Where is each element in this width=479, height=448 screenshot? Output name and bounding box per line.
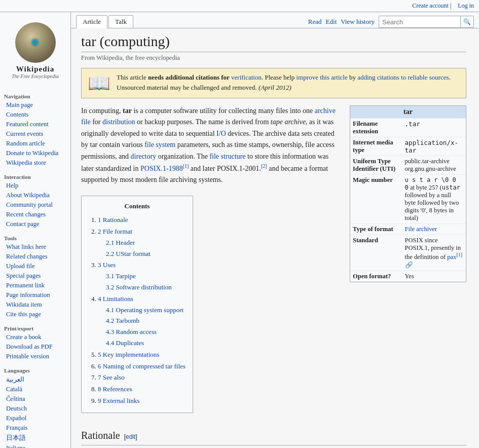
sidebar-item-store[interactable]: Wikipedia store bbox=[0, 158, 70, 168]
wikipedia-logo: 🌐 bbox=[15, 22, 56, 63]
toc-link-2-1[interactable]: 2.1 Header bbox=[106, 239, 135, 246]
toc-item-8: 8 References bbox=[98, 384, 186, 395]
toc-item-9: 9 External links bbox=[98, 396, 186, 406]
sidebar-item-lang-cs[interactable]: Čeština bbox=[0, 394, 70, 404]
infobox-row-type: Type of format File archiver bbox=[350, 224, 466, 235]
view-history-link[interactable]: View history bbox=[341, 18, 375, 26]
sidebar-item-lang-es[interactable]: Español bbox=[0, 414, 70, 423]
file-structure-link[interactable]: file structure bbox=[209, 153, 245, 160]
toc-link-3[interactable]: 3 Uses bbox=[98, 261, 116, 269]
article-body: tar Filename extension .tar Internet med… bbox=[81, 105, 466, 448]
log-in-link[interactable]: Log in bbox=[458, 2, 474, 9]
search-box: 🔍 bbox=[379, 16, 474, 28]
tab-talk[interactable]: Talk bbox=[108, 15, 133, 28]
sidebar-item-related-changes[interactable]: Related changes bbox=[0, 252, 70, 262]
sidebar-item-current-events[interactable]: Current events bbox=[0, 129, 70, 139]
search-button[interactable]: 🔍 bbox=[460, 16, 473, 27]
verification-link[interactable]: verification bbox=[231, 73, 262, 81]
sidebar-item-permanent[interactable]: Permanent link bbox=[0, 281, 70, 290]
tab-article[interactable]: Article bbox=[76, 15, 107, 28]
sidebar-item-main-page[interactable]: Main page bbox=[0, 100, 70, 110]
sidebar-item-lang-it[interactable]: Italiano bbox=[0, 443, 70, 448]
toc-link-7[interactable]: 7 See also bbox=[98, 374, 125, 381]
toc-link-3-1[interactable]: 3.1 Tarpipe bbox=[106, 272, 136, 280]
infobox-table: Filename extension .tar Internet media t… bbox=[350, 118, 466, 282]
tab-bar: Article Talk Read Edit View history 🔍 bbox=[71, 12, 479, 28]
toc-link-6[interactable]: 6 Naming of compressed tar files bbox=[98, 362, 186, 370]
toc-link-1[interactable]: 1 Rationale bbox=[98, 216, 128, 223]
nav-print-title: Print/export bbox=[0, 323, 70, 332]
infobox-row-filename: Filename extension .tar bbox=[350, 119, 466, 137]
sidebar-item-upload[interactable]: Upload file bbox=[0, 262, 70, 271]
rationale-edit: [edit] bbox=[124, 432, 137, 442]
toc-title: Contents bbox=[89, 201, 186, 212]
notice-text: This article needs additional citations … bbox=[117, 72, 460, 92]
nav-tools: Tools What links here Related changes Up… bbox=[0, 233, 70, 319]
toc-link-4[interactable]: 4 Limitations bbox=[98, 295, 133, 303]
file-archiver-link[interactable]: File archiver bbox=[405, 226, 437, 233]
pax-link[interactable]: pax bbox=[447, 253, 456, 260]
sidebar-item-contents[interactable]: Contents bbox=[0, 110, 70, 120]
toc-link-9[interactable]: 9 External links bbox=[98, 397, 139, 404]
create-account-link[interactable]: Create account bbox=[412, 2, 449, 9]
nav-tools-title: Tools bbox=[0, 233, 70, 242]
toc-link-4-3[interactable]: 4.3 Random access bbox=[106, 328, 157, 335]
sidebar-item-community[interactable]: Community portal bbox=[0, 200, 70, 210]
sidebar-item-download-pdf[interactable]: Download as PDF bbox=[0, 342, 70, 352]
sidebar-item-about[interactable]: About Wikipedia bbox=[0, 191, 70, 200]
file-system-link[interactable]: file system bbox=[144, 141, 175, 148]
sidebar-item-special[interactable]: Special pages bbox=[0, 271, 70, 281]
infobox-value-uti: public.tar-archive org.gnu.gnu-archive bbox=[402, 156, 466, 175]
rationale-edit-link[interactable]: edit bbox=[126, 433, 135, 440]
improve-article-link[interactable]: improve this article bbox=[297, 73, 348, 81]
toc-link-5[interactable]: 5 Key implementations bbox=[98, 351, 159, 358]
sidebar-item-printable[interactable]: Printable version bbox=[0, 352, 70, 361]
infobox: tar Filename extension .tar Internet med… bbox=[350, 105, 466, 282]
infobox-label-type: Type of format bbox=[350, 224, 402, 235]
posix-link[interactable]: POSIX.1-1988 bbox=[140, 165, 183, 172]
distribution-link[interactable]: distribution bbox=[102, 118, 135, 126]
nav-languages-title: Languages bbox=[0, 365, 70, 375]
sidebar-item-create-book[interactable]: Create a book bbox=[0, 332, 70, 342]
toc-link-4-2[interactable]: 4.2 Tarbomb bbox=[106, 317, 139, 324]
toc-link-2-2[interactable]: 2.2 UStar format bbox=[106, 250, 151, 257]
sidebar-item-lang-ca[interactable]: Català bbox=[0, 385, 70, 394]
infobox-label-media-type: Internet media type bbox=[350, 137, 402, 156]
sidebar-item-what-links[interactable]: What links here bbox=[0, 242, 70, 252]
sidebar-item-page-info[interactable]: Page information bbox=[0, 290, 70, 300]
toc-item-4-3: 4.3 Random access bbox=[106, 327, 186, 338]
sidebar-item-cite[interactable]: Cite this page bbox=[0, 310, 70, 319]
sidebar-item-wikidata[interactable]: Wikidata item bbox=[0, 300, 70, 310]
toc-link-2[interactable]: 2 File format bbox=[98, 228, 132, 235]
wiki-name: Wikipedia bbox=[3, 65, 68, 73]
wiki-tagline: The Free Encyclopedia bbox=[3, 73, 68, 79]
rationale-heading: Rationale [edit] bbox=[81, 427, 466, 445]
sidebar-item-contact[interactable]: Contact page bbox=[0, 219, 70, 229]
edit-link[interactable]: Edit bbox=[326, 18, 337, 26]
toc-item-4-2: 4.2 Tarbomb bbox=[106, 316, 186, 326]
sidebar-item-lang-de[interactable]: Deutsch bbox=[0, 404, 70, 414]
sidebar-item-lang-ar[interactable]: العربية bbox=[0, 375, 70, 385]
toc-link-8[interactable]: 8 References bbox=[98, 385, 132, 393]
adding-citations-link[interactable]: adding citations to reliable sources bbox=[357, 73, 449, 81]
sidebar-item-lang-fr[interactable]: Français bbox=[0, 423, 70, 433]
tab-right: Read Edit View history 🔍 bbox=[308, 16, 474, 28]
read-link[interactable]: Read bbox=[308, 18, 322, 26]
toc-item-5: 5 Key implementations bbox=[98, 350, 186, 360]
toc-link-4-4[interactable]: 4.4 Duplicates bbox=[106, 339, 144, 347]
sidebar-item-help[interactable]: Help bbox=[0, 181, 70, 191]
sidebar-item-featured[interactable]: Featured content bbox=[0, 120, 70, 129]
sidebar-item-recent[interactable]: Recent changes bbox=[0, 210, 70, 219]
sidebar-item-donate[interactable]: Donate to Wikipedia bbox=[0, 148, 70, 158]
directory-link[interactable]: directory bbox=[131, 153, 157, 160]
nav-navigation: Navigation Main page Contents Featured c… bbox=[0, 91, 70, 168]
toc-link-4-1[interactable]: 4.1 Operating system support bbox=[106, 306, 183, 314]
io-link[interactable]: I/O bbox=[216, 130, 226, 137]
infobox-label-open: Open format? bbox=[350, 271, 402, 282]
toc-link-3-2[interactable]: 3.2 Software distribution bbox=[106, 283, 172, 291]
nav-navigation-title: Navigation bbox=[0, 91, 70, 100]
sidebar-item-lang-ja-kanji[interactable]: 日本語 bbox=[0, 433, 70, 443]
sidebar-item-random[interactable]: Random article bbox=[0, 139, 70, 148]
search-input[interactable] bbox=[379, 16, 460, 27]
top-bar: Create account | Log in bbox=[0, 0, 479, 12]
